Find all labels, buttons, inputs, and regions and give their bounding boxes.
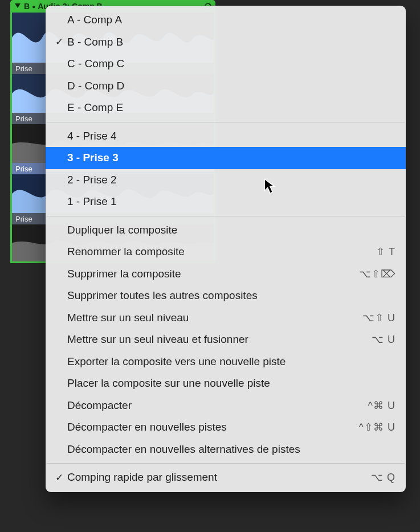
menu-separator (47, 463, 405, 464)
menu-item-delete-comp[interactable]: Supprimer la composite ⌥⇧⌦ (46, 263, 406, 285)
menu-item-label: Comping rapide par glissement (67, 471, 371, 484)
menu-separator (47, 122, 405, 122)
menu-item-move-new-track[interactable]: Placer la composite sur une nouvelle pis… (46, 373, 406, 395)
menu-item-comp-b[interactable]: ✓ B - Comp B (46, 31, 406, 54)
lane-label: Prise (15, 215, 32, 223)
bullet-icon: ● (32, 3, 35, 10)
svg-marker-0 (15, 3, 21, 8)
menu-shortcut: ^⇧⌘ U (359, 421, 395, 433)
disclosure-icon[interactable] (14, 2, 22, 10)
menu-item-delete-other-comps[interactable]: Supprimer toutes les autres composites (46, 285, 406, 307)
menu-item-flatten-merge[interactable]: Mettre sur un seul niveau et fusionner ⌥… (46, 329, 406, 351)
menu-item-label: D - Comp D (67, 80, 395, 92)
menu-item-prise-2[interactable]: 2 - Prise 2 (46, 169, 406, 191)
menu-shortcut: ⌥ U (372, 333, 395, 346)
check-icon: ✓ (51, 472, 67, 484)
lane-label: Prise (15, 165, 32, 173)
menu-item-label: Placer la composite sur une nouvelle pis… (67, 377, 395, 390)
menu-item-flatten[interactable]: Mettre sur un seul niveau ⌥⇧ U (46, 307, 406, 329)
menu-item-label: 4 - Prise 4 (67, 130, 395, 142)
menu-item-prise-4[interactable]: 4 - Prise 4 (46, 125, 406, 148)
menu-item-label: E - Comp E (67, 101, 395, 114)
menu-item-label: 3 - Prise 3 (67, 152, 395, 164)
menu-item-comp-a[interactable]: A - Comp A (46, 9, 406, 31)
menu-item-label: Mettre sur un seul niveau et fusionner (67, 333, 372, 346)
menu-shortcut: ^⌘ U (368, 399, 395, 412)
menu-shortcut: ⌥⇧⌦ (359, 268, 395, 280)
menu-item-label: Décompacter en nouvelles pistes (67, 421, 359, 433)
menu-item-unpack-new-alternatives[interactable]: Décompacter en nouvelles alternatives de… (46, 439, 406, 461)
menu-item-label: Renommer la composite (67, 245, 376, 258)
menu-shortcut: ⌥ Q (371, 471, 395, 484)
menu-item-label: 1 - Prise 1 (67, 195, 395, 208)
menu-item-label: B - Comp B (67, 36, 395, 48)
menu-item-label: Exporter la composite vers une nouvelle … (67, 355, 395, 368)
menu-item-label: Supprimer la composite (67, 268, 359, 280)
comp-letter: B (24, 2, 30, 11)
menu-item-quick-swipe-comping[interactable]: ✓ Comping rapide par glissement ⌥ Q (46, 466, 406, 489)
menu-item-label: Dupliquer la composite (67, 224, 395, 236)
menu-item-label: 2 - Prise 2 (67, 174, 395, 186)
menu-item-label: A - Comp A (67, 14, 395, 26)
menu-item-duplicate-comp[interactable]: Dupliquer la composite (46, 219, 406, 242)
menu-shortcut: ⌥⇧ U (362, 312, 395, 324)
menu-item-unpack[interactable]: Décompacter ^⌘ U (46, 395, 406, 417)
menu-item-prise-1[interactable]: 1 - Prise 1 (46, 191, 406, 213)
menu-item-label: Décompacter en nouvelles alternatives de… (67, 443, 395, 456)
menu-shortcut: ⇧ T (376, 245, 395, 258)
menu-item-label: Supprimer toutes les autres composites (67, 289, 395, 302)
menu-item-unpack-new-tracks[interactable]: Décompacter en nouvelles pistes ^⇧⌘ U (46, 416, 406, 439)
check-icon: ✓ (51, 36, 67, 48)
menu-item-label: C - Comp C (67, 58, 395, 70)
menu-item-comp-e[interactable]: E - Comp E (46, 97, 406, 119)
menu-item-export-new-track[interactable]: Exporter la composite vers une nouvelle … (46, 351, 406, 373)
menu-item-comp-c[interactable]: C - Comp C (46, 53, 406, 75)
take-folder-context-menu: A - Comp A ✓ B - Comp B C - Comp C D - C… (46, 6, 406, 492)
menu-item-rename-comp[interactable]: Renommer la composite ⇧ T (46, 241, 406, 263)
menu-item-label: Mettre sur un seul niveau (67, 312, 362, 324)
lane-label: Prise (15, 64, 32, 73)
menu-separator (47, 216, 405, 216)
menu-item-prise-3[interactable]: 3 - Prise 3 (46, 147, 406, 169)
menu-item-label: Décompacter (67, 399, 368, 412)
lane-label: Prise (15, 114, 32, 123)
menu-item-comp-d[interactable]: D - Comp D (46, 75, 406, 97)
